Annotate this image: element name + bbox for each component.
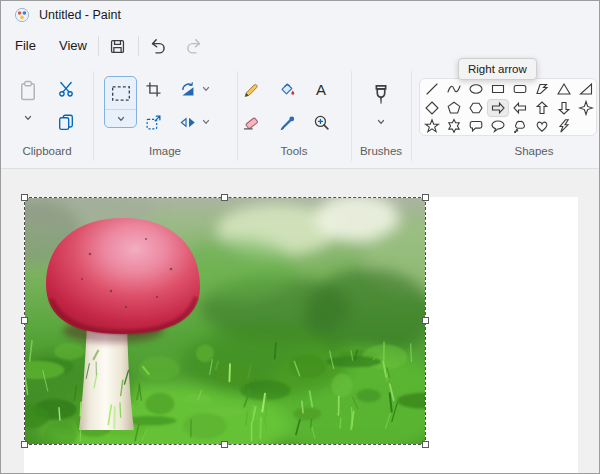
rotate-icon xyxy=(179,81,196,98)
resize-icon xyxy=(145,114,162,131)
cut-button[interactable] xyxy=(54,77,78,101)
select-rectangle-icon xyxy=(111,85,131,102)
shape-right-triangle[interactable] xyxy=(575,80,597,99)
shape-polygon[interactable] xyxy=(531,80,553,99)
color-picker-tool[interactable] xyxy=(276,111,298,133)
shape-oval-callout[interactable] xyxy=(487,117,509,136)
shape-rounded-rectangle[interactable] xyxy=(509,80,531,99)
oval-callout-icon xyxy=(490,118,506,134)
save-button[interactable] xyxy=(104,34,130,58)
pencil-icon xyxy=(242,81,259,98)
shape-left-arrow[interactable] xyxy=(509,99,531,118)
right-triangle-icon xyxy=(578,81,594,97)
window-title: Untitled - Paint xyxy=(39,8,121,22)
five-point-star-icon xyxy=(424,118,440,134)
resize-button[interactable] xyxy=(142,111,164,133)
fill-tool[interactable] xyxy=(276,78,298,100)
selection-handle-top-middle[interactable] xyxy=(221,194,228,201)
select-dropdown[interactable] xyxy=(105,110,136,127)
mushroom-photo xyxy=(25,198,425,444)
shape-cloud-callout[interactable] xyxy=(509,117,531,136)
paste-icon xyxy=(18,79,38,103)
paste-button[interactable] xyxy=(15,77,41,105)
rotate-button[interactable] xyxy=(176,78,198,100)
chevron-down-icon xyxy=(23,113,33,123)
redo-icon xyxy=(185,37,203,55)
select-tool[interactable] xyxy=(105,77,136,110)
shape-line[interactable] xyxy=(421,80,443,99)
menu-file[interactable]: File xyxy=(7,34,44,58)
lightning-icon xyxy=(556,118,572,134)
shape-triangle[interactable] xyxy=(553,80,575,99)
cloud-callout-icon xyxy=(512,118,528,134)
flip-button[interactable] xyxy=(176,111,198,133)
undo-button[interactable] xyxy=(145,34,171,58)
shape-heart[interactable] xyxy=(531,117,553,136)
menubar-divider xyxy=(138,36,139,56)
hexagon-icon xyxy=(468,100,484,116)
selection-handle-top-right[interactable] xyxy=(422,194,429,201)
oval-icon xyxy=(468,81,484,97)
text-tool[interactable]: A xyxy=(310,78,332,100)
selection-handle-middle-right[interactable] xyxy=(422,317,429,324)
four-point-star-icon xyxy=(578,100,594,116)
selection-handle-top-left[interactable] xyxy=(21,194,28,201)
selection-handle-bottom-right[interactable] xyxy=(422,441,429,448)
shape-diamond[interactable] xyxy=(421,99,443,118)
redo-button[interactable] xyxy=(181,34,207,58)
rounded-rectangle-icon xyxy=(512,81,528,97)
shape-pentagon[interactable] xyxy=(443,99,465,118)
flip-icon xyxy=(179,114,196,131)
paste-dropdown[interactable] xyxy=(18,110,38,126)
shapes-grid xyxy=(421,80,597,136)
titlebar: Untitled - Paint xyxy=(1,1,599,29)
polygon-icon xyxy=(534,81,550,97)
magnifier-icon xyxy=(313,114,330,131)
brushes-button[interactable] xyxy=(367,81,395,109)
selection-handle-bottom-left[interactable] xyxy=(21,441,28,448)
magnifier-tool[interactable] xyxy=(310,111,332,133)
undo-icon xyxy=(149,37,167,55)
selection-handle-bottom-middle[interactable] xyxy=(221,441,228,448)
rounded-callout-icon xyxy=(468,118,484,134)
rotate-dropdown[interactable] xyxy=(198,81,214,97)
shape-up-arrow[interactable] xyxy=(531,99,553,118)
shape-curve[interactable] xyxy=(443,80,465,99)
chevron-down-icon xyxy=(201,84,211,94)
shape-down-arrow[interactable] xyxy=(553,99,575,118)
paint-window: Untitled - Paint File View xyxy=(0,0,600,474)
flip-dropdown[interactable] xyxy=(198,114,214,130)
chevron-down-icon xyxy=(376,117,386,127)
shape-rounded-callout[interactable] xyxy=(465,117,487,136)
left-arrow-icon xyxy=(512,100,528,116)
shape-four-point-star[interactable] xyxy=(575,99,597,118)
group-label-image: Image xyxy=(93,145,237,157)
triangle-icon xyxy=(556,81,572,97)
select-button[interactable] xyxy=(104,76,137,128)
canvas-area[interactable] xyxy=(1,169,599,473)
shape-right-arrow[interactable] xyxy=(487,99,509,118)
chevron-down-icon xyxy=(201,117,211,127)
menu-view[interactable]: View xyxy=(51,34,95,58)
group-label-tools: Tools xyxy=(237,145,351,157)
six-point-star-icon xyxy=(446,118,462,134)
heart-icon xyxy=(534,118,550,134)
paint-logo-icon xyxy=(14,7,30,23)
shapes-panel xyxy=(419,78,597,136)
shape-rectangle[interactable] xyxy=(487,80,509,99)
copy-button[interactable] xyxy=(54,110,78,134)
pencil-tool[interactable] xyxy=(239,78,261,100)
shape-hexagon[interactable] xyxy=(465,99,487,118)
eraser-tool[interactable] xyxy=(239,111,261,133)
shape-lightning[interactable] xyxy=(553,117,575,136)
brushes-dropdown[interactable] xyxy=(373,115,389,129)
shape-oval[interactable] xyxy=(465,80,487,99)
paint-canvas[interactable] xyxy=(24,197,578,473)
crop-button[interactable] xyxy=(142,78,164,100)
image-selection[interactable] xyxy=(24,197,426,445)
cut-scissors-icon xyxy=(57,80,75,98)
shape-six-point-star[interactable] xyxy=(443,117,465,136)
selection-handle-middle-left[interactable] xyxy=(21,317,28,324)
save-icon xyxy=(109,38,126,55)
shape-five-point-star[interactable] xyxy=(421,117,443,136)
